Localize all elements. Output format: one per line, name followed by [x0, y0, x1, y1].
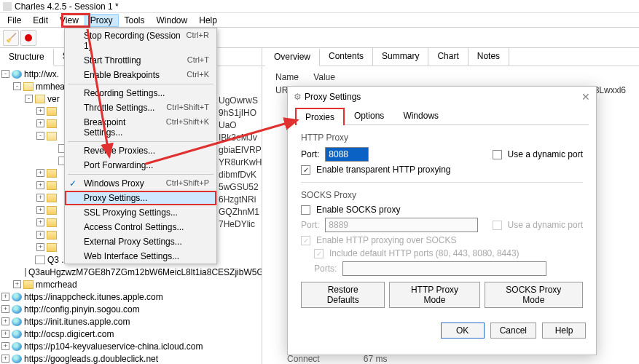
menu-item[interactable]: Access Control Settings...	[65, 220, 216, 234]
tab-notes[interactable]: Notes	[469, 48, 509, 66]
tree-label: http://config.pinyin.sogou.com	[24, 304, 140, 314]
include-default-ports-checkbox	[314, 249, 324, 258]
menu-item[interactable]: Stop Recording (Session 1)Ctrl+R	[65, 28, 216, 53]
transparent-checkbox[interactable]	[301, 165, 310, 175]
tree-expander[interactable]: +	[36, 243, 44, 251]
record-button[interactable]	[20, 30, 36, 46]
help-button[interactable]: Help	[542, 323, 586, 339]
tree-row[interactable]: +https://p104-keyvalueservice-china.iclo…	[1, 340, 260, 352]
tree-expander[interactable]: +	[1, 293, 9, 301]
menu-tools[interactable]: Tools	[119, 14, 151, 27]
tree-expander[interactable]: +	[36, 169, 44, 177]
socks-proxy-mode-button[interactable]: SOCKS Proxy Mode	[485, 282, 583, 308]
folder-open-icon	[23, 82, 34, 91]
proxy-settings-dialog: ⚙Proxy Settings ✕ Proxies Options Window…	[287, 86, 597, 355]
tree-row[interactable]: Q3auHgzwzM7GE8h7ZGm12bW6MeicL8lt1ia8CESZ…	[25, 266, 260, 278]
tree-expander[interactable]: +	[1, 330, 9, 338]
http-proxy-mode-button[interactable]: HTTP Proxy Mode	[389, 282, 479, 308]
tree-expander[interactable]: +	[36, 119, 44, 127]
tree-row[interactable]: +https://inappcheck.itunes.apple.com	[1, 290, 260, 303]
tab-overview[interactable]: Overview	[265, 49, 320, 66]
enable-socks-checkbox[interactable]	[301, 205, 310, 215]
tree-expander[interactable]: +	[1, 317, 9, 325]
folder-icon	[47, 243, 57, 252]
menu-proxy[interactable]: Proxy	[85, 14, 119, 27]
http-proxy-group: HTTP Proxy	[301, 132, 583, 143]
tree-expander[interactable]: -	[36, 132, 44, 140]
menu-item[interactable]: ✓Windows ProxyCtrl+Shift+P	[65, 176, 216, 191]
tree-row[interactable]: +https://googleads.g.doubleclick.net	[1, 352, 260, 364]
menu-item[interactable]: SSL Proxying Settings...	[65, 205, 216, 220]
ports-input	[342, 261, 546, 276]
menu-item-label: Proxy Settings...	[84, 193, 147, 203]
tree-expander[interactable]: -	[1, 70, 9, 78]
cancel-button[interactable]: Cancel	[490, 323, 536, 339]
menu-file[interactable]: File	[1, 14, 27, 27]
tree-expander[interactable]: +	[36, 194, 44, 202]
status-connect: Connect	[287, 354, 320, 364]
menu-item[interactable]: Breakpoint Settings...Ctrl+Shift+K	[65, 115, 216, 140]
tree-expander[interactable]: +	[1, 305, 9, 313]
tab-chart[interactable]: Chart	[428, 48, 468, 66]
folder-open-icon	[47, 132, 57, 141]
folder-icon	[47, 206, 57, 215]
window-title: Charles 4.2.5 - Session 1 *	[15, 1, 119, 12]
tree-expander[interactable]: +	[13, 280, 21, 288]
menu-help[interactable]: Help	[193, 14, 223, 27]
menu-item[interactable]: Proxy Settings...	[65, 191, 216, 205]
menu-item[interactable]: External Proxy Settings...	[65, 234, 216, 249]
globe-icon	[12, 293, 22, 301]
tree-row[interactable]: +http://ocsp.digicert.com	[1, 328, 260, 340]
tree-row[interactable]: +mmcrhead	[13, 278, 260, 290]
tree-expander[interactable]: +	[36, 218, 44, 226]
tree-label: https://inappcheck.itunes.apple.com	[24, 292, 163, 302]
menu-item-label: Stop Recording (Session 1)	[84, 31, 187, 51]
ok-button[interactable]: OK	[441, 323, 485, 339]
menu-view[interactable]: View	[54, 14, 85, 27]
tree-expander[interactable]: +	[36, 231, 44, 239]
tree-label: https://init.itunes.apple.com	[24, 317, 130, 327]
folder-icon	[47, 119, 57, 128]
tree-label: ver	[47, 94, 60, 104]
menu-item[interactable]: Port Forwarding...	[65, 158, 216, 173]
dtab-proxies[interactable]: Proxies	[295, 108, 345, 125]
close-icon[interactable]: ✕	[581, 91, 590, 103]
menu-item[interactable]: Start ThrottlingCtrl+T	[65, 53, 216, 68]
check-icon: ✓	[69, 178, 77, 189]
socks-port-label: Port:	[301, 220, 319, 230]
tree-expander[interactable]: +	[36, 181, 44, 189]
dtab-windows[interactable]: Windows	[393, 107, 448, 124]
tree-expander[interactable]: -	[13, 82, 21, 90]
titlebar: Charles 4.2.5 - Session 1 *	[0, 0, 639, 13]
tree-expander[interactable]: +	[1, 355, 9, 363]
menu-item[interactable]: Reverse Proxies...	[65, 143, 216, 158]
menu-item[interactable]: Enable BreakpointsCtrl+K	[65, 68, 216, 82]
tree-expander[interactable]: -	[25, 95, 33, 103]
tree-label: http://ocsp.digicert.com	[24, 329, 114, 339]
menu-window[interactable]: Window	[151, 14, 194, 27]
tree-row[interactable]: +https://init.itunes.apple.com	[1, 315, 260, 328]
dynamic-port-checkbox[interactable]	[493, 150, 502, 159]
broom-icon[interactable]: 🧹	[3, 30, 19, 46]
menu-item[interactable]: Web Interface Settings...	[65, 249, 216, 264]
dtab-options[interactable]: Options	[345, 107, 393, 124]
http-port-input[interactable]	[325, 147, 369, 162]
dialog-title: Proxy Settings	[305, 92, 361, 102]
tree-row[interactable]: +http://config.pinyin.sogou.com	[1, 303, 260, 315]
tab-structure[interactable]: Structure	[0, 49, 54, 66]
tree-expander[interactable]: +	[36, 206, 44, 214]
menu-item[interactable]: Throttle Settings...Ctrl+Shift+T	[65, 100, 216, 115]
menu-edit[interactable]: Edit	[27, 14, 54, 27]
tab-summary[interactable]: Summary	[373, 48, 428, 66]
status-row: Connect 67 ms	[287, 354, 387, 364]
tree-expander[interactable]: +	[1, 342, 9, 350]
menu-item-label: Reverse Proxies...	[84, 146, 155, 156]
folder-open-icon	[35, 95, 45, 103]
transparent-label: Enable transparent HTTP proxying	[316, 165, 451, 175]
tree-label: https://googleads.g.doubleclick.net	[24, 354, 158, 364]
tab-contents[interactable]: Contents	[320, 48, 373, 66]
folder-icon	[47, 218, 57, 227]
restore-defaults-button[interactable]: Restore Defaults	[301, 282, 385, 308]
menu-item[interactable]: Recording Settings...	[65, 86, 216, 100]
tree-expander[interactable]: +	[36, 107, 44, 115]
